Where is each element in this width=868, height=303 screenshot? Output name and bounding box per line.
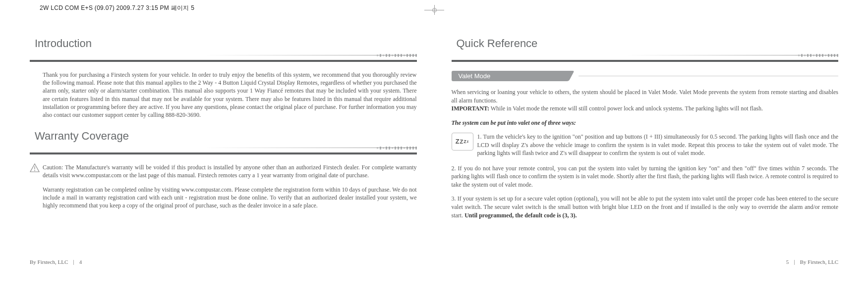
subsection-title: Valet Mode <box>459 72 491 80</box>
caution-text: Caution: The Manufacture's warranty will… <box>43 163 417 179</box>
right-page: Quick Reference Valet Mode When servicin… <box>452 37 839 225</box>
subsection-pill: Valet Mode <box>452 71 566 81</box>
ways-heading: The system can be put into valet one of … <box>452 119 839 127</box>
subsection-bar: Valet Mode <box>452 71 839 81</box>
warranty-reg-paragraph: Warranty registration can be completed o… <box>43 186 417 210</box>
intro-body: Thank you for purchasing a Firstech syst… <box>30 71 417 119</box>
intro-paragraph: Thank you for purchasing a Firstech syst… <box>43 71 417 119</box>
important-label: IMPORTANT: <box>452 105 489 112</box>
title-rule <box>30 52 417 59</box>
title-rule <box>30 145 417 152</box>
method-1-row: ZZZz 1. Turn the vehicle's key to the ig… <box>452 133 839 157</box>
title-rule <box>452 52 839 59</box>
thick-rule <box>30 60 417 62</box>
print-header: 2W LCD COM E+S (09.07) 2009.7.27 3:15 PM… <box>40 4 194 12</box>
method-3-text: 3. If your system is set up for a secure… <box>452 195 839 219</box>
method-1-text: 1. Turn the vehicle's key to the ignitio… <box>477 133 839 157</box>
zzz-icon: ZZZz <box>452 133 473 151</box>
footer-company: By Firstech, LLC <box>30 259 68 265</box>
thick-rule <box>30 152 417 154</box>
footer-left: By Firstech, LLC 4 <box>30 259 82 265</box>
subsection-rule <box>579 76 839 76</box>
thick-rule <box>452 60 839 62</box>
section-title-quickref: Quick Reference <box>452 37 839 50</box>
method-2-text: 2. If you do not have your remote contro… <box>452 164 839 189</box>
footer-page-number: 5 <box>786 259 789 265</box>
left-page: Introduction Thank you for purchasing a … <box>30 37 417 225</box>
crop-marks <box>424 5 444 15</box>
footer-company: By Firstech, LLC <box>800 259 838 265</box>
caution-row: Caution: The Manufacture's warranty will… <box>30 163 417 179</box>
warning-icon <box>30 163 40 172</box>
section-title-warranty: Warranty Coverage <box>30 130 417 143</box>
quickref-body: When servicing or loaning your vehicle t… <box>452 88 839 219</box>
section-title-introduction: Introduction <box>30 37 417 50</box>
footer-page-number: 4 <box>79 259 82 265</box>
warranty-body: Warranty registration can be completed o… <box>30 186 417 210</box>
svg-point-1 <box>34 170 35 171</box>
valet-intro: When servicing or loaning your vehicle t… <box>452 88 839 113</box>
page-spread: Introduction Thank you for purchasing a … <box>30 37 838 225</box>
footer-right: 5 By Firstech, LLC <box>786 259 838 265</box>
